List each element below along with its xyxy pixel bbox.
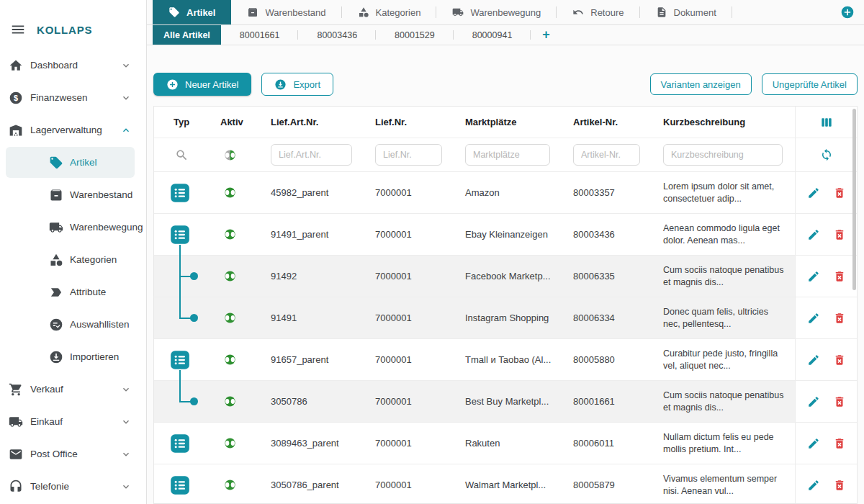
sidebar-item-dashboard[interactable]: Dashboard: [0, 49, 146, 81]
subtab-80003436[interactable]: 80003436: [298, 25, 376, 45]
chevron-up-icon[interactable]: [120, 125, 132, 136]
parent-article-list-icon[interactable]: [170, 183, 190, 203]
column-header-typ[interactable]: Typ: [154, 107, 210, 138]
filter-input-kurzbeschreibung[interactable]: [663, 144, 783, 166]
sidebar-item-label: Telefonie: [30, 481, 69, 492]
parent-article-list-icon[interactable]: [170, 433, 190, 454]
edit-icon[interactable]: [807, 312, 820, 325]
delete-icon[interactable]: [833, 228, 846, 241]
filter-input-lief-nr[interactable]: [375, 144, 442, 166]
delete-icon[interactable]: [833, 354, 846, 366]
sidebar-item-verkauf[interactable]: Verkauf: [0, 373, 146, 405]
chevron-down-icon[interactable]: [120, 60, 132, 71]
sidebar-item-warenbestand[interactable]: Warenbestand: [0, 179, 146, 211]
subtab-80001529[interactable]: 80001529: [376, 25, 454, 45]
new-article-button[interactable]: Neuer Artikel: [153, 73, 251, 96]
active-status-icon[interactable]: [224, 479, 236, 491]
sidebar-item-artikel[interactable]: Artikel: [0, 146, 146, 179]
add-subtab-button[interactable]: +: [531, 25, 562, 45]
kurzbeschreibung-cell: Cum sociis natoque penatibus et magnis d…: [652, 256, 795, 297]
return-arrow-icon: [572, 6, 584, 18]
chevron-down-icon[interactable]: [120, 92, 132, 104]
tab-warenbewegung[interactable]: Warenbewegung: [436, 0, 557, 24]
filter-cell: [364, 138, 454, 171]
add-tab-button[interactable]: [840, 5, 855, 19]
chevron-down-icon[interactable]: [120, 384, 132, 395]
active-status-icon[interactable]: [224, 186, 236, 199]
active-status-icon[interactable]: [224, 354, 236, 366]
edit-icon[interactable]: [807, 228, 820, 241]
delete-icon[interactable]: [833, 479, 846, 492]
edit-icon[interactable]: [807, 186, 820, 199]
edit-icon[interactable]: [807, 270, 820, 283]
hamburger-menu-icon[interactable]: [10, 22, 26, 37]
subtab-80001661[interactable]: 80001661: [221, 25, 299, 45]
active-status-icon[interactable]: [224, 437, 236, 449]
column-header-kurzbeschreibung[interactable]: Kurzbeschreibung: [652, 107, 795, 138]
chevron-down-icon[interactable]: [120, 481, 132, 492]
column-header-lief-art-nr[interactable]: Lief.Art.Nr.: [260, 107, 364, 138]
parent-article-list-icon[interactable]: [170, 225, 190, 245]
filter-input-marktplätze[interactable]: [465, 144, 550, 166]
sidebar-item-lagerverwaltung[interactable]: Lagerverwaltung: [0, 114, 146, 146]
active-status-icon[interactable]: [224, 395, 236, 408]
archive-box-icon: [247, 6, 258, 18]
table-row[interactable]: 30507867000001Best Buy Marketpl...800016…: [154, 381, 857, 423]
sidebar-item-post-office[interactable]: Post Office: [0, 438, 146, 470]
table-row[interactable]: 3089463_parent7000001Rakuten80006011Null…: [154, 423, 857, 464]
column-header-artikel-nr[interactable]: Artikel-Nr.: [562, 107, 652, 138]
app-logo: KOLLAPS: [37, 24, 92, 36]
typ-filter[interactable]: [154, 138, 210, 171]
sidebar-item-warenbewegung[interactable]: Warenbewegung: [0, 211, 146, 243]
table-row[interactable]: 914917000001Instagram Shopping80006334Do…: [154, 297, 857, 339]
sidebar-item-einkauf[interactable]: Einkauf: [0, 405, 146, 438]
edit-icon[interactable]: [807, 479, 820, 492]
delete-icon[interactable]: [833, 437, 846, 450]
table-row[interactable]: 45982_parent7000001Amazon80003357Lorem i…: [154, 172, 857, 214]
tab-artikel[interactable]: Artikel: [153, 0, 231, 24]
unchecked-articles-button[interactable]: Ungeprüfte Artikel: [762, 73, 858, 95]
sidebar-item-importieren[interactable]: Importieren: [0, 341, 146, 373]
active-status-icon[interactable]: [224, 270, 236, 282]
chevron-down-icon[interactable]: [120, 416, 132, 428]
aktiv-filter-toggle[interactable]: [210, 138, 260, 171]
tab-dokument[interactable]: Dokument: [640, 0, 732, 24]
vertical-scrollbar[interactable]: [852, 109, 856, 290]
column-settings-button[interactable]: [795, 107, 857, 138]
filter-input-artikel-nr[interactable]: [573, 144, 640, 166]
delete-icon[interactable]: [833, 186, 846, 199]
parent-article-list-icon[interactable]: [170, 350, 190, 370]
column-header-lief-nr[interactable]: Lief.Nr.: [364, 107, 454, 138]
filter-input-lief-art-nr[interactable]: [271, 144, 352, 166]
edit-icon[interactable]: [807, 395, 820, 408]
table-row[interactable]: 91657_parent7000001Tmall и Taobao (Al...…: [154, 339, 857, 381]
column-header-aktiv[interactable]: Aktiv: [210, 107, 260, 138]
table-row[interactable]: 3050786_parent7000001Walmart Marketpl...…: [154, 464, 857, 504]
export-button[interactable]: Export: [261, 73, 333, 96]
column-header-marktplätze[interactable]: Marktplätze: [454, 107, 562, 138]
tab-retoure[interactable]: Retoure: [557, 0, 639, 24]
sidebar-item-kategorien[interactable]: Kategorien: [0, 243, 146, 276]
edit-icon[interactable]: [807, 437, 820, 450]
subtab-80000941[interactable]: 80000941: [454, 25, 531, 45]
sidebar-item-telefonie[interactable]: Telefonie: [0, 470, 146, 503]
delete-icon[interactable]: [833, 270, 846, 283]
marktplaetze-cell: Walmart Marketpl...: [454, 464, 562, 504]
delete-icon[interactable]: [833, 395, 846, 408]
table-row[interactable]: 91491_parent7000001Ebay Kleinanzeigen800…: [154, 214, 857, 256]
tab-kategorien[interactable]: Kategorien: [342, 0, 437, 24]
tab-warenbestand[interactable]: Warenbestand: [231, 0, 341, 24]
refresh-button[interactable]: [795, 138, 857, 171]
active-status-icon[interactable]: [224, 312, 236, 324]
active-status-icon[interactable]: [224, 228, 236, 240]
parent-article-list-icon[interactable]: [170, 475, 190, 495]
edit-icon[interactable]: [807, 354, 820, 366]
delete-icon[interactable]: [833, 312, 846, 325]
show-variants-button[interactable]: Varianten anzeigen: [650, 73, 752, 95]
subtab-alle-artikel[interactable]: Alle Artikel: [153, 25, 221, 45]
sidebar-item-auswahllisten[interactable]: Auswahllisten: [0, 308, 146, 341]
sidebar-item-finanzwesen[interactable]: $Finanzwesen: [0, 81, 146, 114]
chevron-down-icon[interactable]: [120, 449, 132, 460]
table-row[interactable]: 914927000001Facebook Marketp...80006335C…: [154, 256, 857, 297]
sidebar-item-attribute[interactable]: Attribute: [0, 276, 146, 308]
